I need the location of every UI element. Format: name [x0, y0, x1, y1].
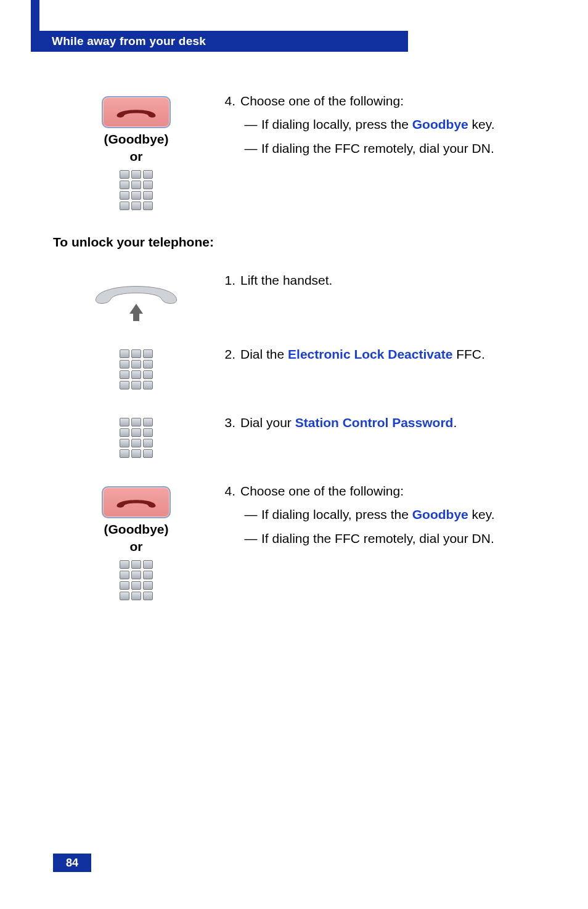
step-2-row: 2. Dial the Electronic Lock Deactivate F… — [53, 346, 535, 389]
step-4a-icons: (Goodbye) or — [53, 92, 219, 210]
step-3-suffix: . — [453, 415, 457, 430]
keypad-icon — [120, 170, 153, 210]
lift-handset-icon — [90, 275, 182, 321]
goodbye-term: Goodbye — [412, 117, 468, 131]
goodbye-key-icon — [102, 486, 171, 518]
step-4b-text: 4. Choose one of the following: — If dia… — [219, 483, 535, 600]
keypad-icon — [120, 418, 153, 458]
step-1-number: 1. — [219, 272, 240, 289]
electronic-lock-deactivate-term: Electronic Lock Deactivate — [288, 347, 452, 361]
goodbye-key-icon — [102, 96, 171, 128]
step-4a-row: (Goodbye) or 4. Choose one of the follow… — [53, 92, 535, 210]
step-4b-sub1: If dialing locally, press the Goodbye ke… — [261, 506, 535, 523]
goodbye-label: (Goodbye) — [104, 132, 169, 147]
page-header: While away from your desk — [31, 31, 408, 52]
step-1-body: Lift the handset. — [240, 272, 535, 289]
step-3-number: 3. — [219, 414, 240, 431]
dash-icon: — — [240, 116, 261, 133]
step-4a-sub2: If dialing the FFC remotely, dial your D… — [261, 140, 535, 157]
or-label: or — [130, 149, 143, 164]
content-area: (Goodbye) or 4. Choose one of the follow… — [53, 92, 535, 625]
step-2-prefix: Dial the — [240, 347, 288, 361]
section-title-unlock: To unlock your telephone: — [53, 235, 535, 250]
step-4a-number: 4. — [219, 92, 240, 110]
step-2-body: Dial the Electronic Lock Deactivate FFC. — [240, 346, 535, 363]
dash-icon: — — [240, 140, 261, 157]
step-1-icon-col — [53, 272, 219, 321]
keypad-icon — [120, 560, 153, 600]
station-control-password-term: Station Control Password — [295, 415, 454, 430]
step-4a-sub1-suffix: key. — [468, 117, 495, 131]
step-1-row: 1. Lift the handset. — [53, 272, 535, 321]
step-3-icon-col — [53, 414, 219, 458]
step-4a-sub1: If dialing locally, press the Goodbye ke… — [261, 116, 535, 133]
goodbye-term: Goodbye — [412, 507, 468, 521]
step-2-suffix: FFC. — [452, 347, 485, 361]
step-4b-sub1-prefix: If dialing locally, press the — [261, 507, 412, 521]
step-4b-lead: Choose one of the following: — [240, 483, 535, 500]
step-1-text: 1. Lift the handset. — [219, 272, 535, 321]
step-4b-icons: (Goodbye) or — [53, 483, 219, 600]
page: While away from your desk (Goodbye) or — [0, 0, 588, 909]
step-2-number: 2. — [219, 346, 240, 363]
step-3-row: 3. Dial your Station Control Password. — [53, 414, 535, 458]
goodbye-label: (Goodbye) — [104, 522, 169, 537]
step-4a-lead: Choose one of the following: — [240, 92, 535, 110]
step-3-text: 3. Dial your Station Control Password. — [219, 414, 535, 458]
step-4b-number: 4. — [219, 483, 240, 500]
page-number: 84 — [53, 854, 91, 872]
step-4b-sub1-suffix: key. — [468, 507, 495, 521]
step-2-text: 2. Dial the Electronic Lock Deactivate F… — [219, 346, 535, 389]
dash-icon: — — [240, 506, 261, 523]
or-label: or — [130, 539, 143, 554]
step-4b-sub2: If dialing the FFC remotely, dial your D… — [261, 530, 535, 547]
dash-icon: — — [240, 530, 261, 547]
step-3-body: Dial your Station Control Password. — [240, 414, 535, 431]
header-side-strip — [31, 0, 39, 31]
step-2-icon-col — [53, 346, 219, 389]
step-4b-row: (Goodbye) or 4. Choose one of the follow… — [53, 483, 535, 600]
step-4a-text: 4. Choose one of the following: — If dia… — [219, 92, 535, 210]
keypad-icon — [120, 349, 153, 389]
step-3-prefix: Dial your — [240, 415, 295, 430]
page-header-title: While away from your desk — [52, 35, 206, 48]
step-4a-sub1-prefix: If dialing locally, press the — [261, 117, 412, 131]
